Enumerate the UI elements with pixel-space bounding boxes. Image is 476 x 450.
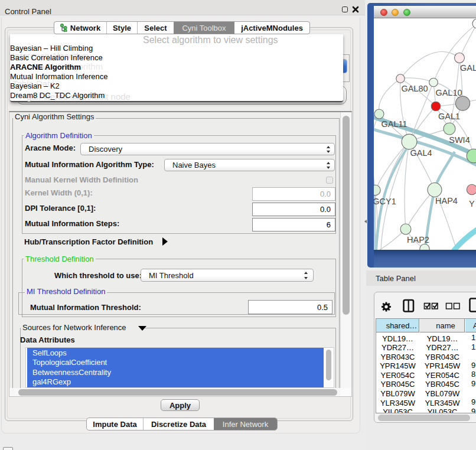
svg-text:GAL11: GAL11: [381, 119, 407, 129]
svg-text:GAL80: GAL80: [401, 84, 428, 93]
svg-text:Y: Y: [469, 199, 475, 208]
svg-text:HAP4: HAP4: [435, 196, 458, 206]
svg-text:GAL10: GAL10: [435, 88, 462, 97]
svg-text:GAL1: GAL1: [438, 112, 460, 121]
svg-text:GCY1: GCY1: [374, 197, 396, 206]
svg-text:HAP2: HAP2: [407, 235, 429, 244]
svg-text:SWI4: SWI4: [449, 135, 470, 145]
svg-text:GAL4: GAL4: [410, 148, 432, 158]
svg-text:GAL: GAL: [460, 63, 476, 73]
